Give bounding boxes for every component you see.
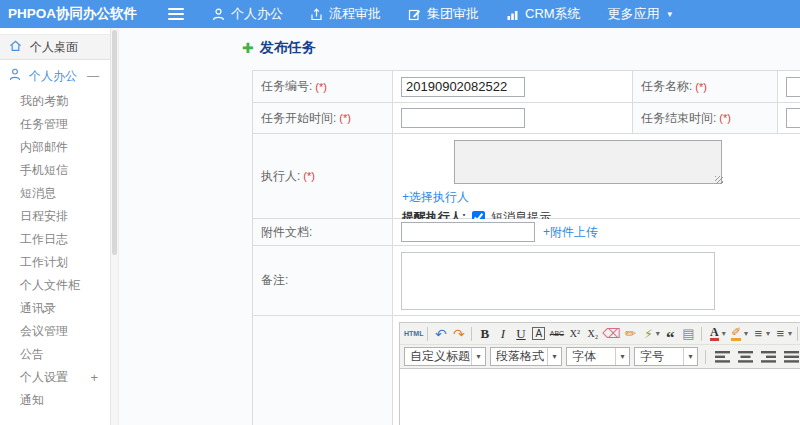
- end-time-input[interactable]: [786, 108, 800, 128]
- remark-cell: [393, 246, 800, 316]
- align-left-button[interactable]: [713, 348, 732, 365]
- sidebar-scrollbar[interactable]: [111, 28, 119, 425]
- align-right-button[interactable]: [759, 348, 778, 365]
- ordered-list-button[interactable]: ≡: [750, 325, 767, 342]
- caret-down-icon[interactable]: ▾: [788, 329, 792, 338]
- sidebar-item-short-message[interactable]: 短消息: [0, 182, 110, 205]
- align-center-icon: [738, 351, 753, 363]
- align-center-button[interactable]: [736, 348, 755, 365]
- remark-label: 备注:: [253, 246, 393, 316]
- font-color-button[interactable]: A: [710, 327, 719, 341]
- attachment-input[interactable]: [401, 222, 535, 242]
- caret-down-icon[interactable]: ▾: [547, 348, 561, 365]
- nav-workflow-approval[interactable]: 流程审批: [310, 5, 381, 23]
- required-marker: (*): [339, 112, 351, 124]
- caret-down-icon[interactable]: ▾: [744, 329, 748, 338]
- attachment-upload-link[interactable]: +附件上传: [543, 224, 598, 241]
- caret-down-icon[interactable]: ▾: [656, 329, 660, 338]
- executor-textarea[interactable]: [454, 140, 722, 184]
- expand-icon[interactable]: +: [90, 366, 98, 389]
- remove-format-button[interactable]: ⌫: [602, 325, 620, 342]
- start-time-input[interactable]: [401, 108, 525, 128]
- source-code-button[interactable]: HTML: [404, 325, 423, 342]
- sidebar-item-sms[interactable]: 手机短信: [0, 159, 110, 182]
- sidebar-item-task-management[interactable]: 任务管理: [0, 113, 110, 136]
- sidebar-item-attendance[interactable]: 我的考勤: [0, 90, 110, 113]
- remark-textarea[interactable]: [401, 252, 715, 310]
- superscript-button[interactable]: X²: [566, 325, 583, 342]
- caret-down-icon[interactable]: ▾: [615, 348, 629, 365]
- separator: [797, 327, 798, 341]
- collapse-icon[interactable]: —: [87, 69, 99, 83]
- editor-toolbar-row2: 自定义标题 ▾ 段落格式 ▾ 字体 ▾ 字号 ▾: [400, 345, 800, 368]
- add-icon: ✚: [242, 41, 254, 55]
- sidebar-item-personal-settings[interactable]: 个人设置 +: [0, 366, 110, 389]
- task-no-cell: [393, 71, 633, 103]
- resize-grip-icon[interactable]: [715, 176, 723, 184]
- sidebar-item-work-plan[interactable]: 工作计划: [0, 251, 110, 274]
- bar-chart-icon: [506, 8, 519, 21]
- sidebar-item-work-log[interactable]: 工作日志: [0, 228, 110, 251]
- strikethrough-button[interactable]: ABC: [548, 325, 565, 342]
- font-size-select[interactable]: 字号 ▾: [634, 347, 698, 366]
- scrollbar-thumb[interactable]: [112, 30, 117, 255]
- caret-down-icon[interactable]: ▾: [471, 348, 485, 365]
- task-no-input[interactable]: [401, 77, 525, 97]
- separator: [471, 327, 472, 341]
- paragraph-format-select[interactable]: 段落格式 ▾: [490, 347, 562, 366]
- redo-button[interactable]: ↷: [450, 325, 467, 342]
- person-icon: [212, 8, 225, 21]
- menu-icon[interactable]: [168, 8, 184, 20]
- unordered-list-button[interactable]: ≡: [772, 325, 789, 342]
- editor-label-cell: [253, 316, 393, 425]
- paste-button[interactable]: ▤: [680, 325, 697, 342]
- quick-format-button[interactable]: ⚡: [640, 325, 657, 342]
- separator: [701, 327, 702, 341]
- sidebar-item-notice[interactable]: 通知: [0, 389, 110, 412]
- italic-button[interactable]: I: [494, 325, 511, 342]
- attachment-label: 附件文档:: [253, 219, 393, 246]
- font-style-button[interactable]: A: [532, 327, 545, 340]
- underline-button[interactable]: U: [512, 325, 529, 342]
- highlight-button[interactable]: ✐: [731, 327, 741, 341]
- caret-down-icon[interactable]: ▾: [766, 329, 770, 338]
- sidebar-item-schedule[interactable]: 日程安排: [0, 205, 110, 228]
- editor-content-area[interactable]: [399, 369, 800, 425]
- nav-personal-office[interactable]: 个人办公: [212, 5, 283, 23]
- main-layout: 个人桌面 个人办公 — 我的考勤 任务管理 内部邮件 手机短信 短消息 日程安排…: [0, 28, 800, 425]
- align-justify-button[interactable]: [782, 348, 800, 365]
- caret-down-icon[interactable]: ▾: [722, 329, 726, 338]
- caret-down-icon[interactable]: ▾: [683, 348, 697, 365]
- editor-toolbar: HTML ↶ ↷ B I U A ABC X² X₂ ⌫ ✏: [399, 322, 800, 369]
- undo-button[interactable]: ↶: [432, 325, 449, 342]
- task-no-label: 任务编号:(*): [253, 71, 393, 103]
- editor-cell: HTML ↶ ↷ B I U A ABC X² X₂ ⌫ ✏: [393, 316, 800, 425]
- sidebar-item-contacts[interactable]: 通讯录: [0, 297, 110, 320]
- task-name-label: 任务名称:(*): [633, 71, 778, 103]
- sidebar-item-desktop[interactable]: 个人桌面: [0, 34, 110, 60]
- bold-button[interactable]: B: [476, 325, 493, 342]
- sidebar-item-announcement[interactable]: 公告: [0, 343, 110, 366]
- publish-task-form: 任务编号:(*) 任务名称:(*) 任务开始时间:(*) 任务结束时间:(*): [252, 70, 800, 425]
- align-left-icon: [715, 351, 730, 363]
- sidebar-item-meeting[interactable]: 会议管理: [0, 320, 110, 343]
- sidebar-group-personal-office[interactable]: 个人办公 —: [0, 62, 110, 90]
- caret-down-icon: ▾: [668, 9, 673, 19]
- subscript-button[interactable]: X₂: [584, 325, 601, 342]
- workflow-icon: [310, 8, 323, 21]
- nav-crm[interactable]: CRM系统: [506, 5, 581, 23]
- task-name-input[interactable]: [786, 77, 800, 97]
- executor-cell: +选择执行人 提醒执行人: 短消息提示: [393, 134, 800, 219]
- top-nav: 个人办公 流程审批 集团审批 CRM系统 更多应用 ▾: [212, 5, 672, 23]
- sidebar-item-file-cabinet[interactable]: 个人文件柜: [0, 274, 110, 297]
- separator: [705, 350, 706, 364]
- sidebar-item-internal-mail[interactable]: 内部邮件: [0, 136, 110, 159]
- format-painter-button[interactable]: ✏: [622, 325, 639, 342]
- blockquote-button[interactable]: “: [662, 325, 679, 342]
- custom-heading-select[interactable]: 自定义标题 ▾: [404, 347, 486, 366]
- end-time-cell: [778, 103, 800, 134]
- nav-group-approval[interactable]: 集团审批: [408, 5, 479, 23]
- nav-more-apps[interactable]: 更多应用 ▾: [608, 5, 673, 23]
- font-family-select[interactable]: 字体 ▾: [566, 347, 630, 366]
- select-executor-link[interactable]: +选择执行人: [402, 189, 469, 206]
